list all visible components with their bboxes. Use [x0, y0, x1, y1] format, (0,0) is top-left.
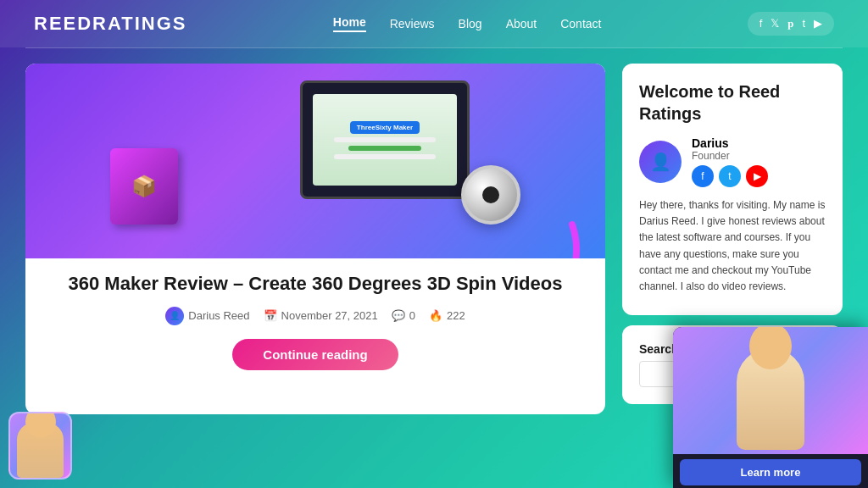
post-image: ThreeSixty Maker	[25, 64, 605, 258]
post-date: 📅 November 27, 2021	[264, 309, 378, 322]
product-box-face	[110, 148, 178, 225]
like-icon: 🔥	[429, 309, 442, 322]
post-likes: 🔥 222	[429, 309, 465, 322]
bottom-left-figure	[17, 423, 64, 478]
video-popup: Learn more Powered by Video Reviews	[673, 327, 868, 488]
learn-more-button[interactable]: Learn more	[680, 459, 861, 485]
author-row: 👤 Darius Founder f t ▶	[639, 136, 826, 187]
facebook-icon[interactable]: f	[760, 17, 763, 30]
post-author: 👤 Darius Reed	[165, 307, 249, 325]
video-figure	[737, 348, 804, 450]
pinterest-icon[interactable]: 𝐩	[787, 17, 793, 30]
author-avatar: 👤	[639, 141, 682, 183]
post-comments: 💬 0	[392, 309, 415, 322]
sidebar-welcome-title: Welcome to Reed Ratings	[639, 80, 826, 125]
bottom-left-avatar	[8, 412, 72, 480]
author-social: f t ▶	[692, 165, 826, 187]
main-nav: Home Reviews Blog About Contact	[333, 15, 602, 32]
header-social-icons: f 𝕏 𝐩 t ▶	[748, 12, 834, 36]
main-post-card: ThreeSixty Maker	[25, 64, 605, 414]
twitter-icon[interactable]: 𝕏	[771, 17, 779, 30]
post-meta: 👤 Darius Reed 📅 November 27, 2021 💬 0 🔥 …	[42, 307, 588, 325]
sidebar-author-role: Founder	[692, 150, 826, 162]
author-youtube-btn[interactable]: ▶	[746, 165, 768, 187]
post-title: 360 Maker Review – Create 360 Degrees 3D…	[42, 272, 588, 297]
camera-ball-graphic	[461, 165, 520, 225]
author-name: Darius Reed	[188, 309, 249, 322]
video-head	[749, 327, 792, 369]
site-logo: ReedRatings	[34, 13, 187, 35]
nav-home[interactable]: Home	[333, 15, 366, 32]
monitor-bar-3	[334, 154, 436, 159]
monitor-screen: ThreeSixty Maker	[313, 94, 458, 185]
likes-count: 222	[447, 309, 465, 322]
youtube-icon[interactable]: ▶	[814, 17, 822, 30]
comments-count: 0	[409, 309, 415, 322]
post-image-inner: ThreeSixty Maker	[25, 64, 605, 258]
author-info: Darius Founder f t ▶	[692, 136, 826, 187]
monitor-bar-1	[334, 137, 436, 142]
nav-blog[interactable]: Blog	[459, 17, 482, 30]
sidebar-author-name: Darius	[692, 136, 826, 150]
post-content: 360 Maker Review – Create 360 Degrees 3D…	[25, 258, 605, 370]
video-person-area	[673, 327, 868, 454]
calendar-icon: 📅	[264, 309, 277, 322]
author-avatar-small: 👤	[165, 307, 184, 325]
nav-about[interactable]: About	[506, 17, 537, 30]
monitor-graphic: ThreeSixty Maker	[300, 80, 470, 199]
site-header: ReedRatings Home Reviews Blog About Cont…	[0, 0, 868, 47]
nav-reviews[interactable]: Reviews	[390, 17, 435, 30]
welcome-card: Welcome to Reed Ratings 👤 Darius Founder…	[622, 64, 843, 315]
product-box-graphic	[110, 148, 186, 233]
author-twitter-btn[interactable]: t	[719, 165, 741, 187]
date-text: November 27, 2021	[281, 309, 378, 322]
threesixty-logo: ThreeSixty Maker	[350, 121, 420, 134]
continue-reading-button[interactable]: Continue reading	[232, 339, 398, 370]
author-facebook-btn[interactable]: f	[692, 165, 714, 187]
sidebar-about-text: Hey there, thanks for visiting. My name …	[639, 197, 826, 295]
comment-icon: 💬	[392, 309, 405, 322]
tumblr-icon[interactable]: t	[802, 17, 805, 30]
monitor-bar-2	[348, 146, 420, 151]
nav-contact[interactable]: Contact	[560, 17, 601, 30]
bottom-left-head	[25, 412, 56, 438]
